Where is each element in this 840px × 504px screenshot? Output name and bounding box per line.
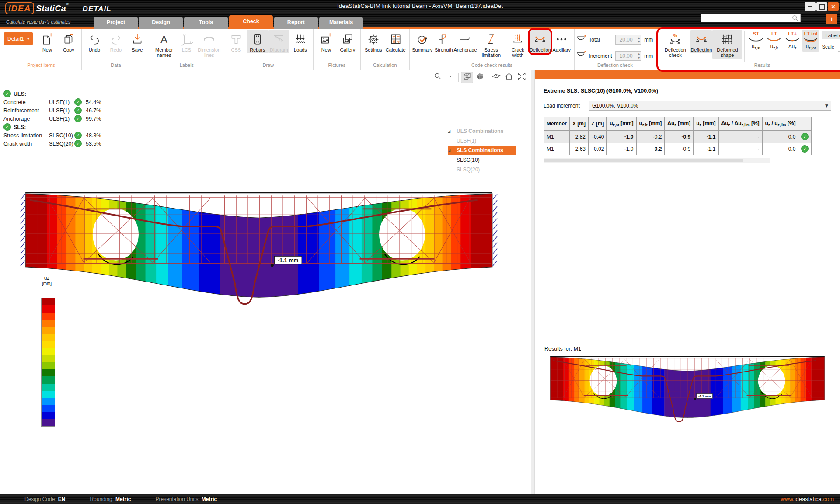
table-row[interactable]: M12.630.02-1.0-0.2-0.9-1.1-0.0✓ xyxy=(544,143,812,155)
total-toggle[interactable]: Total xyxy=(577,35,612,45)
check-ok-icon: ✓ xyxy=(74,140,82,147)
table-cell: -1.0 xyxy=(607,143,636,155)
table-cell: -1.1 xyxy=(694,143,718,155)
increment-stepper[interactable]: 10.00▲▼ xyxy=(615,51,641,61)
ribbon-button-gallery[interactable]: Gallery xyxy=(337,30,358,53)
ribbon-button-deflection-check[interactable]: %Deflection check xyxy=(660,30,690,59)
extreme-results-table: MemberX [m]Z [m]uz,st [mm]uz,lt [mm]Δuz … xyxy=(544,117,812,155)
total-stepper[interactable]: 20.00▲▼ xyxy=(615,35,641,45)
tree-item-sls-combinations[interactable]: ◢SLS Combinations xyxy=(448,146,516,155)
ribbon-button-loads[interactable]: Loads xyxy=(290,30,311,53)
css-icon xyxy=(230,31,242,47)
ribbon-button-u-z-st[interactable]: STuz,st xyxy=(747,30,765,52)
ribbon-button-deflection[interactable]: Deflection xyxy=(530,30,551,53)
ribbon-button-save[interactable]: Save xyxy=(127,30,148,53)
load-increment-label: Load increment xyxy=(544,103,589,109)
clip-view-button[interactable] xyxy=(491,72,502,83)
table-cell: - xyxy=(718,131,762,143)
tab-design[interactable]: Design xyxy=(139,17,183,29)
maximize-button[interactable] xyxy=(816,2,827,11)
summary-icon xyxy=(416,31,429,47)
dots-icon xyxy=(555,31,568,47)
expander-icon[interactable]: ◢ xyxy=(448,149,455,153)
table-cell: -0.9 xyxy=(665,143,694,155)
tab-check[interactable]: Check xyxy=(229,15,273,29)
ribbon-button-redo[interactable]: Redo xyxy=(105,30,126,53)
project-item-selector[interactable]: Detail1▾ xyxy=(4,32,33,45)
logo-product: DETAIL xyxy=(83,5,112,13)
increment-toggle[interactable]: Increment xyxy=(577,50,612,61)
ribbon-button-stress-limitation[interactable]: Stress limitation xyxy=(476,30,506,59)
ribbon-button-strength[interactable]: Strength xyxy=(433,30,454,53)
beam-visualization[interactable]: -1.1 mm xyxy=(20,191,498,312)
tab-project[interactable]: Project xyxy=(94,17,138,29)
button-label: Save xyxy=(132,47,143,52)
ribbon-button-settings[interactable]: Settings xyxy=(363,30,384,53)
ribbon-button-u-z[interactable]: LT+Δuz xyxy=(784,30,802,52)
ribbon-button-diagram[interactable]: Diagram xyxy=(268,30,289,53)
tree-item-slsq-20[interactable]: SLSQ(20) xyxy=(448,165,516,174)
scale-stepper[interactable]: 1.00▲▼ xyxy=(838,42,840,52)
solid-view-button[interactable] xyxy=(474,72,486,83)
ribbon-button-undo[interactable]: Undo xyxy=(84,30,105,53)
home-view-button[interactable] xyxy=(503,72,515,83)
ribbon-group-calculation: SettingsCalculateCalculation xyxy=(361,29,410,70)
load-increment-select[interactable]: G100.0%, V100.0% ▼ xyxy=(589,101,831,111)
info-button[interactable]: i xyxy=(826,14,837,24)
zoom-dropdown-button[interactable] xyxy=(445,72,456,83)
scrollbar-thumb[interactable] xyxy=(544,159,743,162)
zoom-extents-button[interactable] xyxy=(516,72,527,83)
tree-item-uls-combinations[interactable]: ◢ULS Combinations xyxy=(448,126,516,136)
tab-report[interactable]: Report xyxy=(274,17,318,29)
check-ok-icon: ✓ xyxy=(74,98,82,106)
ribbon-button-copy[interactable]: Copy xyxy=(58,30,79,53)
title-bar: IdeaStatiCa-BIM link tutorial Beam - Axi… xyxy=(0,0,840,29)
ribbon-button-crack-width[interactable]: Crack width xyxy=(506,30,529,59)
ribbon-button-deflection-result[interactable]: Deflection xyxy=(690,30,712,53)
wireframe-view-button[interactable] xyxy=(461,72,473,83)
check-ok-icon: ✓ xyxy=(74,132,82,139)
ribbon-button-rebars[interactable]: Rebars xyxy=(247,30,268,53)
member-result-visualization[interactable]: -1.1 mm xyxy=(547,355,828,426)
ribbon-button-new[interactable]: New xyxy=(316,30,337,53)
ribbon-button-deformed-shape[interactable]: Deformed shape xyxy=(712,30,742,59)
ribbon-button-u-z-lt[interactable]: LTuz,lt xyxy=(765,30,783,52)
check-ok-icon: ✓ xyxy=(3,123,11,131)
label-extreme-toggle[interactable]: Label extreme xyxy=(822,31,840,39)
panel-splitter[interactable] xyxy=(531,70,535,494)
stepper-arrows-icon[interactable]: ▲▼ xyxy=(637,36,641,44)
button-label: Crack width xyxy=(508,47,528,58)
ribbon-button-u-z-tot[interactable]: LT totuz,tot xyxy=(802,30,820,52)
table-cell: - xyxy=(718,143,762,155)
stepper-arrows-icon[interactable]: ▲▼ xyxy=(637,52,641,59)
zoom-button[interactable] xyxy=(432,72,443,83)
zoom-extents-icon xyxy=(517,72,526,83)
tree-item-slsc-10[interactable]: SLSC(10) xyxy=(448,155,516,165)
expander-icon[interactable]: ◢ xyxy=(448,129,455,133)
ribbon-button-anchorage[interactable]: Anchorage xyxy=(455,30,476,53)
ribbon-button-summary[interactable]: Summary xyxy=(412,30,433,53)
table-row[interactable]: M12.82-0.40-1.0-0.2-0.9-1.1-0.0✓ xyxy=(544,131,812,143)
ribbon-button-calculate[interactable]: Calculate xyxy=(384,30,407,53)
ribbon-button-member-names[interactable]: AMember names xyxy=(153,30,176,59)
group-label: Draw xyxy=(226,63,311,70)
ribbon-button-css[interactable]: CSS xyxy=(226,30,247,53)
search-input[interactable] xyxy=(701,14,801,22)
button-label: Stress limitation xyxy=(478,47,505,58)
ribbon-button-lcs[interactable]: LCS xyxy=(176,30,197,53)
ribbon-button-auxiliary[interactable]: Auxiliary xyxy=(551,30,572,53)
unit-label: mm xyxy=(644,37,653,43)
tab-materials[interactable]: Materials xyxy=(319,17,363,29)
tree-item-ulsf-1[interactable]: ULSF(1) xyxy=(448,136,516,146)
solid-view-icon xyxy=(475,72,485,83)
ribbon-button-new[interactable]: New xyxy=(37,30,58,53)
summary-section-title: ✓ULS: xyxy=(3,90,101,98)
tab-tools[interactable]: Tools xyxy=(184,17,228,29)
table-header-row: MemberX [m]Z [m]uz,st [mm]uz,lt [mm]Δuz … xyxy=(544,117,812,131)
website-link[interactable]: www.ideastatica.com xyxy=(781,496,834,502)
table-scrollbar[interactable] xyxy=(544,158,770,163)
close-button[interactable]: ✕ xyxy=(828,2,839,11)
ribbon-button-dimension-lines[interactable]: Dimension lines xyxy=(198,30,221,59)
model-canvas[interactable]: ✓ULS:ConcreteULSF(1)✓54.4%ReinforcementU… xyxy=(0,70,531,494)
minimize-button[interactable] xyxy=(805,2,816,11)
